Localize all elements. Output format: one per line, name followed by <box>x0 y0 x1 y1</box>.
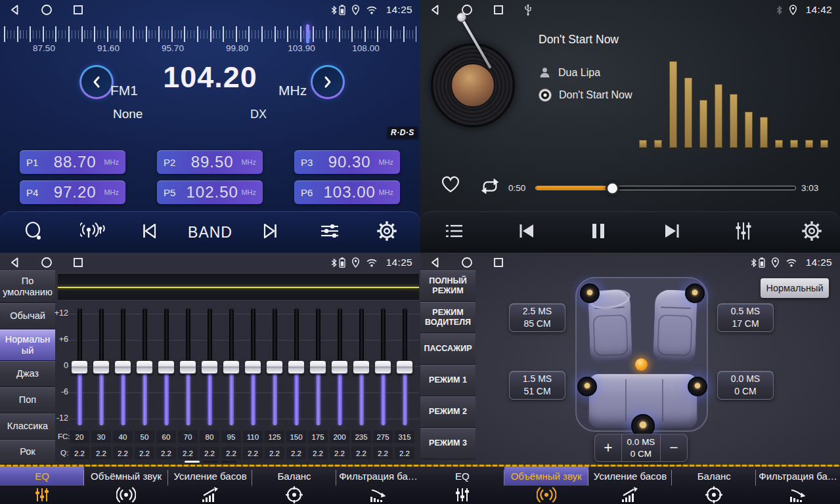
decrease-delay-button[interactable]: − <box>661 434 687 461</box>
q-value-2[interactable]: 2.2 <box>113 447 133 459</box>
recents-icon[interactable] <box>493 257 504 268</box>
eq-band-slider-5[interactable] <box>179 308 196 425</box>
slider-handle[interactable] <box>374 360 391 374</box>
fc-value-13[interactable]: 235 <box>351 430 371 443</box>
slider-handle[interactable] <box>93 360 110 374</box>
tab-filter[interactable]: Фильтрация ба… <box>756 467 840 486</box>
eq-band-slider-4[interactable] <box>158 308 175 425</box>
eq-band-slider-12[interactable] <box>331 308 348 425</box>
q-value-14[interactable]: 2.2 <box>373 447 393 459</box>
tab-bass-boost[interactable]: Усиление басов <box>588 467 673 486</box>
eq-band-slider-8[interactable] <box>244 308 261 425</box>
eq-band-slider-15[interactable] <box>396 308 413 425</box>
surround-icon[interactable] <box>84 486 168 503</box>
fc-value-7[interactable]: 95 <box>221 430 241 443</box>
tune-up-button[interactable] <box>311 65 345 99</box>
surround-mode-item-2[interactable]: ПАССАЖИР <box>420 333 475 365</box>
rear-right-delay-button[interactable]: 0.0 MS 0 CM <box>717 371 774 400</box>
balance-icon[interactable] <box>672 486 756 504</box>
home-icon[interactable] <box>461 257 473 268</box>
home-icon[interactable] <box>41 4 53 16</box>
eq-band-slider-3[interactable] <box>136 308 153 425</box>
back-icon[interactable] <box>9 257 21 268</box>
q-value-10[interactable]: 2.2 <box>286 447 306 459</box>
fc-value-9[interactable]: 125 <box>265 430 284 443</box>
slider-handle[interactable] <box>353 360 370 374</box>
eq-band-slider-0[interactable] <box>71 308 88 425</box>
q-value-6[interactable]: 2.2 <box>200 447 219 459</box>
fc-value-15[interactable]: 315 <box>395 430 414 443</box>
favorite-icon[interactable] <box>440 175 461 196</box>
eq-band-slider-14[interactable] <box>374 308 391 425</box>
bass-boost-icon[interactable] <box>168 486 252 503</box>
tuner-settings-icon[interactable] <box>319 221 341 243</box>
sound-profile-button[interactable]: Нормальный <box>761 278 829 298</box>
eq-band-slider-2[interactable] <box>114 308 131 425</box>
surround-mode-item-4[interactable]: РЕЖИМ 2 <box>420 396 475 428</box>
tab-balance[interactable]: Баланс <box>672 467 756 486</box>
q-value-11[interactable]: 2.2 <box>308 447 328 459</box>
q-value-3[interactable]: 2.2 <box>135 447 154 459</box>
fc-value-0[interactable]: 20 <box>70 430 89 443</box>
q-value-1[interactable]: 2.2 <box>91 447 111 459</box>
eq-band-slider-11[interactable] <box>309 308 326 425</box>
fc-value-12[interactable]: 200 <box>330 430 349 443</box>
increase-delay-button[interactable]: + <box>595 434 621 461</box>
filter-icon[interactable] <box>756 486 840 503</box>
next-track-icon[interactable] <box>663 223 681 242</box>
q-value-8[interactable]: 2.2 <box>243 447 263 459</box>
q-value-13[interactable]: 2.2 <box>351 447 371 459</box>
repeat-icon[interactable] <box>478 177 502 198</box>
tab-balance[interactable]: Баланс <box>252 467 336 486</box>
eq-band-slider-7[interactable] <box>223 308 240 425</box>
eq-sliders-icon[interactable] <box>420 486 504 503</box>
tab-eq-sliders[interactable]: EQ <box>0 467 84 486</box>
listening-position-marker[interactable] <box>635 358 648 371</box>
slider-handle[interactable] <box>244 360 261 374</box>
front-right-delay-button[interactable]: 0.5 MS 17 CM <box>717 303 774 332</box>
eq-preset-item-0[interactable]: По умолчанию <box>0 270 55 303</box>
slider-handle[interactable] <box>136 360 153 374</box>
bass-boost-icon[interactable] <box>588 486 673 503</box>
back-icon[interactable] <box>430 4 441 16</box>
fc-value-8[interactable]: 110 <box>243 430 263 443</box>
eq-sliders-icon[interactable] <box>0 486 84 503</box>
broadcast-icon[interactable] <box>80 221 105 243</box>
eq-band-slider-13[interactable] <box>353 308 370 425</box>
recents-icon[interactable] <box>72 4 84 16</box>
home-icon[interactable] <box>461 4 473 16</box>
filter-icon[interactable] <box>336 486 420 503</box>
q-value-5[interactable]: 2.2 <box>178 447 198 459</box>
q-value-12[interactable]: 2.2 <box>330 447 349 459</box>
front-left-delay-button[interactable]: 2.5 MS 85 CM <box>509 303 565 332</box>
rear-left-delay-button[interactable]: 1.5 MS 51 CM <box>509 371 565 400</box>
slider-handle[interactable] <box>71 360 88 374</box>
slider-handle[interactable] <box>223 360 240 374</box>
fc-value-11[interactable]: 175 <box>308 430 328 443</box>
slider-handle[interactable] <box>158 360 175 374</box>
fc-value-6[interactable]: 80 <box>200 430 219 443</box>
surround-mode-item-5[interactable]: РЕЖИМ 3 <box>420 428 475 459</box>
tab-bass-boost[interactable]: Усиление басов <box>168 467 252 486</box>
settings-gear-icon[interactable] <box>802 221 822 243</box>
eq-band-slider-10[interactable] <box>288 308 305 425</box>
balance-icon[interactable] <box>252 486 336 504</box>
preset-button-p5[interactable]: P5102.50MHz <box>157 180 263 204</box>
progress-bar[interactable] <box>535 186 796 190</box>
fc-value-5[interactable]: 70 <box>178 430 198 443</box>
band-button[interactable]: BAND <box>188 224 232 242</box>
fc-value-10[interactable]: 150 <box>286 430 306 443</box>
fc-value-14[interactable]: 275 <box>373 430 393 443</box>
recents-icon[interactable] <box>72 257 84 268</box>
surround-mode-item-0[interactable]: ПОЛНЫЙ РЕЖИМ <box>420 270 475 302</box>
pause-icon[interactable] <box>591 222 606 242</box>
back-icon[interactable] <box>430 257 441 268</box>
eq-band-slider-6[interactable] <box>201 308 218 425</box>
fc-value-2[interactable]: 40 <box>113 430 133 443</box>
settings-gear-icon[interactable] <box>377 221 397 243</box>
eq-band-slider-1[interactable] <box>93 308 110 425</box>
slider-handle[interactable] <box>179 360 196 374</box>
scan-icon[interactable] <box>24 221 44 243</box>
q-value-15[interactable]: 2.2 <box>395 447 414 459</box>
back-icon[interactable] <box>9 4 21 16</box>
